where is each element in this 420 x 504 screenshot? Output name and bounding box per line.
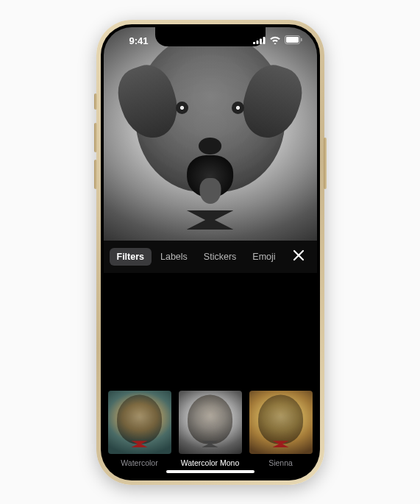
svg-rect-1 bbox=[256, 40, 258, 44]
status-time: 9:41 bbox=[118, 35, 160, 46]
power-button bbox=[324, 138, 327, 189]
screen: 9:41 bbox=[104, 27, 317, 478]
svg-rect-5 bbox=[286, 37, 299, 43]
svg-rect-2 bbox=[260, 39, 262, 45]
filter-label: Watercolor Mono bbox=[181, 458, 240, 467]
photo-preview[interactable] bbox=[104, 27, 317, 241]
filter-option-sienna[interactable]: Sienna bbox=[249, 391, 313, 467]
mute-switch bbox=[94, 93, 97, 110]
close-icon bbox=[292, 249, 305, 265]
svg-rect-0 bbox=[253, 42, 255, 44]
svg-rect-6 bbox=[301, 38, 302, 41]
tab-stickers[interactable]: Stickers bbox=[196, 248, 243, 266]
filter-thumbnails: Watercolor Watercolor Mono Sienna bbox=[110, 391, 311, 467]
filter-thumbnail-image bbox=[108, 391, 171, 454]
filter-option-watercolor[interactable]: Watercolor bbox=[108, 391, 171, 467]
status-bar: 9:41 bbox=[104, 27, 317, 51]
editor-toolbar: Filters Labels Stickers Emoji bbox=[104, 241, 317, 273]
filter-thumbnail-image bbox=[179, 391, 242, 454]
device-bezel: 9:41 bbox=[101, 24, 320, 480]
tab-emoji[interactable]: Emoji bbox=[245, 248, 282, 266]
wifi-icon bbox=[269, 35, 281, 46]
svg-rect-3 bbox=[263, 37, 265, 44]
preview-image-content bbox=[104, 27, 317, 241]
volume-up-button bbox=[94, 123, 97, 152]
spacer bbox=[104, 273, 317, 385]
filter-option-watercolor-mono[interactable]: Watercolor Mono bbox=[179, 391, 242, 467]
tab-filters[interactable]: Filters bbox=[110, 248, 152, 266]
cellular-signal-icon bbox=[253, 35, 266, 46]
editor-tabs: Filters Labels Stickers Emoji bbox=[110, 248, 285, 266]
close-button[interactable] bbox=[288, 246, 310, 267]
tab-labels[interactable]: Labels bbox=[153, 248, 195, 266]
battery-icon bbox=[285, 35, 302, 46]
filter-label: Sienna bbox=[268, 458, 293, 467]
status-indicators bbox=[253, 35, 302, 46]
volume-down-button bbox=[94, 160, 97, 189]
filter-thumbnail-image bbox=[249, 391, 313, 454]
filter-strip[interactable]: Watercolor Watercolor Mono Sienna bbox=[104, 385, 317, 478]
home-indicator[interactable] bbox=[166, 470, 255, 473]
device-frame: 9:41 bbox=[96, 20, 324, 485]
filter-label: Watercolor bbox=[121, 458, 157, 467]
